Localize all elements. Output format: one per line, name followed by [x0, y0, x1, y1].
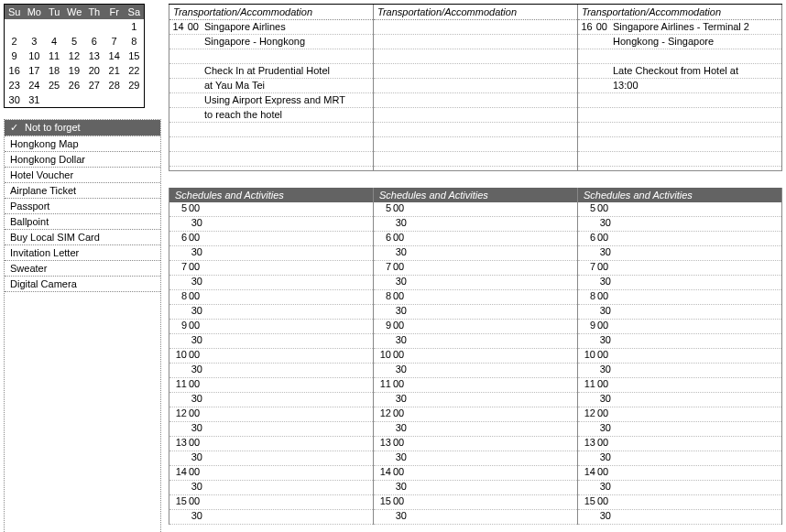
calendar-cell: 17 [24, 63, 44, 78]
schedule-text [204, 320, 373, 333]
calendar-cell [5, 19, 25, 34]
schedule-text [204, 202, 373, 216]
transport-column: Transportation/Accommodation [373, 5, 577, 170]
schedule-text [613, 334, 781, 348]
transport-time [578, 137, 609, 151]
schedule-column: Schedules and Activities5003060030700308… [169, 188, 373, 525]
schedule-minute: 00 [188, 466, 204, 480]
schedule-hour: 6 [578, 232, 596, 245]
schedule-text [613, 276, 781, 289]
schedule-line: 1400 [578, 466, 781, 481]
schedule-text [409, 437, 577, 451]
schedule-minute: 30 [374, 305, 409, 319]
schedule-text [613, 364, 781, 377]
transport-text [405, 137, 577, 151]
schedule-text [613, 407, 781, 421]
transport-time [169, 93, 201, 107]
schedule-text [204, 422, 373, 436]
calendar-day-header: Tu [44, 5, 64, 20]
transport-line [374, 93, 577, 108]
schedule-text [613, 261, 781, 275]
calendar-day-header: Sa [125, 5, 145, 20]
schedule-line: 1000 [374, 349, 577, 364]
calendar-day-header: Th [84, 5, 104, 20]
transport-time: 16 00 [578, 20, 609, 34]
schedule-line: 800 [169, 290, 373, 305]
schedule-hour: 13 [169, 437, 188, 451]
schedule-minute: 30 [578, 510, 613, 524]
transport-line [169, 137, 373, 152]
schedule-column: Schedules and Activities5003060030700308… [577, 188, 782, 525]
transport-line: Check In at Prudential Hotel [169, 64, 373, 79]
transport-time [374, 123, 405, 136]
transport-time [374, 79, 405, 92]
schedule-text [409, 246, 577, 260]
transport-header: Transportation/Accommodation [578, 5, 781, 20]
schedule-minute: 30 [169, 422, 204, 436]
calendar-cell: 28 [104, 78, 125, 92]
schedule-text [613, 290, 781, 304]
schedule-text [613, 422, 781, 436]
calendar-cell [84, 19, 104, 34]
schedule-text [204, 466, 373, 480]
schedule-hour: 10 [169, 349, 188, 363]
schedule-hour: 5 [374, 202, 392, 216]
transport-line: 14 00Singapore Airlines [169, 20, 373, 35]
schedule-line: 900 [169, 320, 373, 334]
schedule-line: 30 [578, 481, 781, 495]
schedule-hour: 8 [374, 290, 392, 304]
schedule-text [613, 510, 781, 524]
transport-time [578, 123, 609, 136]
transport-line [374, 35, 577, 49]
schedule-text [409, 510, 577, 524]
schedule-line: 1100 [169, 378, 373, 393]
transport-text: 13:00 [609, 79, 781, 92]
transport-text: Singapore - Hongkong [201, 35, 373, 49]
schedule-line: 30 [374, 334, 577, 349]
schedule-text [613, 305, 781, 319]
schedule-text [409, 495, 577, 509]
schedule-hour: 12 [169, 407, 188, 421]
schedule-line: 30 [578, 393, 781, 407]
schedule-minute: 00 [188, 232, 204, 245]
transport-time [578, 64, 609, 78]
check-icon: ✓ [10, 122, 18, 133]
schedule-text [204, 290, 373, 304]
schedule-hour: 8 [578, 290, 596, 304]
transport-text [405, 108, 577, 122]
calendar-cell [24, 19, 44, 34]
transport-time [374, 20, 405, 34]
schedule-line: 30 [169, 276, 373, 290]
schedule-line: 1400 [169, 466, 373, 481]
calendar-cell [104, 19, 125, 34]
schedule-text [613, 495, 781, 509]
transport-text [609, 152, 781, 166]
schedule-line: 800 [578, 290, 781, 305]
schedule-line: 30 [374, 481, 577, 495]
schedule-hour: 14 [578, 466, 596, 480]
schedule-hour: 15 [578, 495, 596, 509]
schedule-text [204, 481, 373, 494]
schedule-text [204, 232, 373, 245]
schedule-text [409, 217, 577, 231]
schedule-hour: 6 [169, 232, 188, 245]
calendar-cell [64, 92, 84, 108]
schedule-minute: 00 [188, 437, 204, 451]
schedule-minute: 00 [188, 349, 204, 363]
schedule-text [204, 305, 373, 319]
calendar-day-header: Mo [24, 5, 44, 20]
schedule-header: Schedules and Activities [169, 188, 373, 202]
schedule-text [204, 334, 373, 348]
schedule-text [204, 495, 373, 509]
schedule-hour: 7 [169, 261, 188, 275]
transport-text [405, 93, 577, 107]
schedule-hour: 10 [374, 349, 392, 363]
transport-line [169, 49, 373, 64]
schedule-hour: 9 [578, 320, 596, 333]
schedule-minute: 00 [392, 437, 409, 451]
transport-text: to reach the hotel [201, 108, 373, 122]
schedule-minute: 30 [374, 334, 409, 348]
schedule-minute: 30 [374, 246, 409, 260]
calendar-cell: 31 [24, 92, 44, 108]
calendar-day-header: Su [5, 5, 25, 20]
